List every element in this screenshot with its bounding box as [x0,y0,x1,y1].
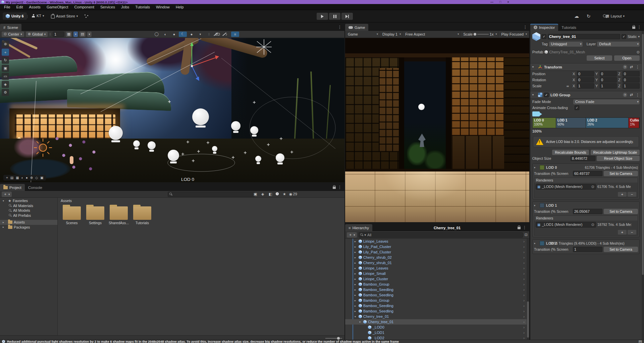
scale-slider[interactable]: Scale 1x [461,31,498,37]
All Prefabs[interactable]: All Prefabs [0,213,57,218]
chevron-right-icon[interactable]: › [523,277,525,281]
favorite-icon[interactable]: ★ [283,192,286,196]
menu-item[interactable]: Help [173,5,186,9]
Lily_Pad_Cluster[interactable]: ▸ Lily_Pad_Cluster › [345,249,527,255]
chevron-right-icon[interactable]: › [523,288,525,292]
alert-icon[interactable]: ! [276,192,279,195]
chevron-right-icon[interactable]: › [523,272,525,276]
tag-dropdown[interactable]: Untagged [549,42,583,47]
Liriope_Leaves[interactable]: ▸ Liriope_Leaves › [345,239,527,244]
lighting-toggle-icon[interactable]: ☾ [179,32,187,37]
Tutorials[interactable]: Tutorials [132,206,153,225]
static-dropdown-icon[interactable]: ▾ [638,35,640,38]
scale-tool-button[interactable]: ▣ [2,65,9,72]
effects-dropdown[interactable]: ▾ [196,32,204,37]
increment-snap-button[interactable]: ▤ [79,32,86,37]
step-button[interactable] [341,13,353,20]
scale-x-field[interactable]: 1 [577,83,594,89]
LOD 1[interactable]: LOD 160% [556,118,586,128]
label-icon[interactable]: ◧ [269,192,272,196]
menu-item[interactable]: Tutorials [132,5,153,9]
expand-arrow[interactable]: ▸ [355,299,359,302]
hierarchy-lock-icon[interactable] [518,226,521,230]
_LOD0[interactable]: _LOD0 › [345,325,527,330]
unity-version-badge[interactable]: Unity 6 [3,12,27,20]
lod1-renderer-field[interactable]: ▦ _LOD1 (Mesh Renderer) ⊙ [536,222,596,228]
grid-snap-dropdown[interactable]: ▾ [73,32,78,37]
expand-arrow[interactable]: ▸ [355,256,359,259]
Lily_Pad_Cluster[interactable]: ▸ Lily_Pad_Cluster › [345,244,527,249]
shaded-mode-icon[interactable]: ● [170,32,178,37]
Packages[interactable]: ▸ Packages [0,225,57,230]
Scenes[interactable]: Scenes [61,206,82,225]
foldout-arrow[interactable]: ▾ [532,93,536,96]
animate-crossfade-checkbox[interactable]: ✓ [575,105,579,110]
pause-button[interactable] [329,13,340,20]
rotation-y-field[interactable]: 0 [600,77,617,83]
_LOD1[interactable]: _LOD1 › [345,330,527,335]
foldout-arrow[interactable]: ▾ [534,242,538,245]
menu-item[interactable]: Assets [26,5,43,9]
play-button[interactable] [317,13,328,20]
expand-arrow[interactable]: ▾ [3,199,7,202]
chevron-right-icon[interactable]: › [523,336,525,340]
recalculate-lightmap-button[interactable]: Recalculate Lightmap Scale [591,150,640,155]
Bamboo_Seedling[interactable]: ▸ Bamboo_Seedling › [345,308,527,314]
tab-hierarchy[interactable]: ≡ Hierarchy [345,224,372,231]
pane-toggle-icon[interactable]: ▣ [254,192,257,196]
snap-increment-field[interactable]: 1 [53,32,64,37]
static-checkbox[interactable]: ✓ [622,34,626,39]
effects-icon[interactable]: ● [187,32,196,37]
chevron-right-icon[interactable]: › [523,293,525,297]
inspector-menu-icon[interactable]: ⋮ [637,25,641,30]
preset-icon[interactable]: ⇄ [630,65,633,69]
hierarchy-menu-icon[interactable]: ⋮ [523,225,527,230]
gameobject-name-field[interactable]: Cherry_tree_01 [548,34,620,39]
lod1-set-to-camera-button[interactable]: Set to Camera [604,209,638,214]
expand-arrow[interactable]: ▸ [355,251,359,254]
foldout-arrow[interactable]: ▾ [534,166,538,169]
fade-mode-dropdown[interactable]: Cross Fade [573,99,640,104]
lod0-renderer-field[interactable]: ▦ _LOD0 (Mesh Renderer) ⊙ [536,184,596,190]
chevron-right-icon[interactable]: › [523,245,525,249]
scale-z-field[interactable]: 1 [623,83,640,89]
chevron-right-icon[interactable]: › [523,325,525,329]
help-icon[interactable]: ? [623,93,627,97]
Cherry_tree_01[interactable]: ▾ Cherry_tree_01 › [345,319,527,325]
lod0-set-to-camera-button[interactable]: Set to Camera [604,171,638,176]
status-info-icon[interactable]: ! [2,340,5,343]
expand-arrow[interactable]: ▾ [359,321,363,324]
increment-snap-dropdown[interactable]: ▾ [87,32,92,37]
chevron-right-icon[interactable]: › [523,250,525,254]
menu-item[interactable]: Services [98,5,118,9]
tab-console[interactable]: Console [25,184,46,191]
zoom-slider[interactable] [324,337,340,340]
LOD 2[interactable]: LOD 226% [586,118,629,128]
Liriope_Leaves[interactable]: ▸ Liriope_Leaves › [345,265,527,271]
zoom-overlay-icon[interactable]: ⊕ [30,176,33,180]
Liriope_Cluster[interactable]: ▸ Liriope_Cluster › [345,276,527,282]
expand-arrow[interactable]: ▸ [3,221,7,224]
lod1-transition-field[interactable]: 26.05067 [573,209,602,214]
wireframe-overlay-icon[interactable]: ▦ [16,176,19,180]
account-button[interactable]: KT ▾ [32,14,44,18]
preset-icon[interactable]: ⇄ [630,93,633,97]
project-search-input[interactable] [168,192,255,197]
lod-enabled-checkbox[interactable]: ✓ [544,93,549,97]
project-menu-icon[interactable]: ⋮ [338,185,342,190]
gizmo-overlay-icon[interactable]: ◇ [35,176,38,180]
Bamboo_Group[interactable]: ▸ Bamboo_Group › [345,282,527,287]
grid-overlay-icon[interactable]: ▤ [10,176,13,180]
project-lock-icon[interactable] [333,185,336,190]
chevron-right-icon[interactable]: › [523,309,525,313]
lod2-set-to-camera-button[interactable]: Set to Camera [604,247,638,252]
Cherry_tree_01[interactable]: ▾ Cherry_tree_01 › [345,314,527,319]
Bamboo_Seedling[interactable]: ▸ Bamboo_Seedling › [345,292,527,298]
Liriope_Small[interactable]: ▸ Liriope_Small › [345,271,527,276]
asset-store-button[interactable]: Asset Store ▾ [51,14,78,18]
expand-arrow[interactable]: ▸ [355,267,359,270]
tab-game[interactable]: Game [345,24,368,31]
tab-inspector[interactable]: i Inspector [530,24,558,31]
hidden-count[interactable]: ◉ 29 [289,192,297,196]
chevron-right-icon[interactable]: › [523,261,525,265]
